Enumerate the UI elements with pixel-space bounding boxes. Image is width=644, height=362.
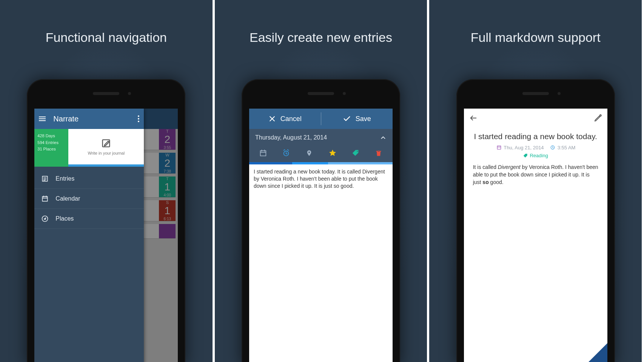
- calendar-small-icon: [496, 145, 502, 151]
- tagline: Full markdown support: [429, 30, 642, 45]
- svg-rect-8: [497, 146, 501, 149]
- phone-screen: I started reading a new book today. Thu,…: [464, 109, 607, 362]
- app-title: Narrate: [53, 115, 79, 123]
- promo-panel-markdown: Full markdown support I started reading …: [429, 0, 644, 362]
- svg-point-7: [357, 151, 357, 152]
- entry-date: Thursday, August 21, 2014: [255, 134, 327, 141]
- entry-body: It is called Divergent by Veronica Roth.…: [473, 164, 598, 186]
- entries-icon: [41, 175, 49, 183]
- entry-time: 3:55 AM: [558, 145, 576, 150]
- svg-point-6: [308, 152, 310, 153]
- date-row[interactable]: Thursday, August 21, 2014: [249, 129, 393, 146]
- tagline: Easily create new entries: [215, 30, 427, 45]
- svg-rect-4: [260, 151, 266, 156]
- entry-date: Thu, Aug 21, 2014: [504, 145, 544, 150]
- pencil-icon: [594, 114, 602, 122]
- entry-title: I started reading a new book today.: [473, 131, 598, 142]
- page-fold-decor: [585, 343, 607, 362]
- phone-frame: I started reading a new book today. Thu,…: [456, 79, 615, 362]
- app-bar: Narrate: [34, 109, 144, 129]
- nav-item-places[interactable]: Places: [34, 209, 144, 229]
- entry-meta: Thu, Aug 21, 2014 3:55 AM: [473, 145, 598, 151]
- check-icon: [343, 115, 351, 123]
- date-picker-icon[interactable]: [259, 149, 268, 158]
- phone-frame: oday. It is oth. I ook down… T 2 3:55 e …: [27, 79, 185, 362]
- nav-drawer: Narrate 428 Days 594 Entries 31 Places: [34, 109, 144, 362]
- cancel-button[interactable]: Cancel: [249, 109, 321, 129]
- overflow-icon[interactable]: [138, 115, 139, 122]
- favorite-icon[interactable]: [328, 149, 337, 158]
- svg-rect-2: [43, 196, 48, 201]
- entry-view: I started reading a new book today. Thu,…: [464, 129, 607, 362]
- write-new-button[interactable]: Write in your journal: [68, 129, 144, 164]
- close-icon: [268, 115, 276, 123]
- promo-panel-navigation: Functional navigation oday. It is oth. I…: [0, 0, 215, 362]
- view-action-bar: [464, 109, 607, 129]
- editor-toolbar: [249, 146, 393, 162]
- stat-places: 31 Places: [37, 146, 65, 153]
- nav-item-calendar[interactable]: Calendar: [34, 189, 144, 209]
- back-arrow-icon: [469, 114, 478, 122]
- nav-item-entries[interactable]: Entries: [34, 169, 144, 189]
- tag-icon[interactable]: [351, 149, 360, 158]
- compass-icon: [41, 215, 49, 222]
- tagline: Functional navigation: [0, 30, 213, 45]
- delete-icon[interactable]: [374, 149, 383, 158]
- back-button[interactable]: [469, 114, 478, 124]
- reminder-icon[interactable]: [282, 149, 291, 158]
- stat-entries: 594 Entries: [37, 140, 65, 146]
- editor-action-bar: Cancel Save: [249, 109, 393, 129]
- calendar-icon: [41, 195, 49, 202]
- stats-box: 428 Days 594 Entries 31 Places: [34, 129, 68, 167]
- stat-days: 428 Days: [37, 133, 65, 140]
- phone-screen: oday. It is oth. I ook down… T 2 3:55 e …: [34, 109, 178, 362]
- clock-small-icon: [550, 145, 555, 151]
- tag-small-icon: [523, 153, 528, 158]
- write-caption: Write in your journal: [88, 151, 125, 155]
- entry-tag[interactable]: Reading: [473, 153, 598, 158]
- save-button[interactable]: Save: [321, 109, 393, 129]
- menu-icon[interactable]: [39, 115, 46, 122]
- compose-icon: [101, 138, 111, 149]
- entry-body-input[interactable]: I started reading a new book today. It i…: [249, 164, 393, 362]
- chevron-up-icon: [380, 134, 387, 141]
- location-icon[interactable]: [305, 149, 314, 158]
- phone-frame: Cancel Save Thursday, August 21, 2014: [242, 79, 400, 362]
- phone-screen: Cancel Save Thursday, August 21, 2014: [249, 109, 393, 362]
- promo-panel-create: Easily create new entries Cancel Save Th…: [215, 0, 430, 362]
- edit-button[interactable]: [594, 114, 602, 124]
